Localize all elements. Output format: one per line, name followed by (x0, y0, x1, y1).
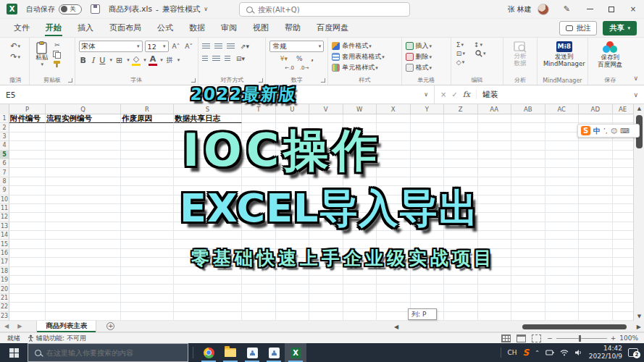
cell-AE8[interactable] (613, 177, 634, 186)
cell-AD15[interactable] (579, 240, 613, 248)
cell-AE10[interactable] (613, 195, 634, 204)
cell-AA9[interactable] (478, 186, 512, 195)
chevron-down-icon[interactable]: ▾ (177, 57, 180, 63)
cell-U20[interactable] (276, 285, 310, 293)
cell-AA8[interactable] (478, 177, 512, 186)
comma-style-icon[interactable]: , (310, 54, 315, 63)
cell-AC18[interactable] (545, 267, 580, 276)
format-as-table-button[interactable]: 套用表格格式▾ (332, 52, 397, 62)
align-center-icon[interactable] (212, 56, 220, 62)
zoom-in-icon[interactable]: + (611, 334, 616, 342)
column-header-U[interactable]: U (276, 104, 310, 114)
dialog-launcher-icon[interactable] (191, 78, 196, 83)
language-indicator[interactable]: CH (507, 349, 517, 356)
cell-AD20[interactable] (579, 285, 613, 293)
row-header-11[interactable]: 11 (0, 204, 9, 213)
number-format-select[interactable]: 常规▾ (269, 41, 324, 52)
cell-AB9[interactable] (511, 186, 545, 195)
cell-AB5[interactable] (511, 151, 545, 159)
cell-AE4[interactable] (613, 141, 634, 150)
cell-Y20[interactable] (411, 285, 445, 293)
cell-AC19[interactable] (545, 276, 580, 285)
cell-AA6[interactable] (478, 159, 512, 168)
format-painter-icon[interactable] (53, 60, 61, 68)
row-header-2[interactable]: 2 (0, 123, 9, 132)
avatar[interactable] (538, 4, 549, 15)
cell-AB2[interactable] (511, 123, 545, 132)
cell-AA19[interactable] (478, 276, 512, 285)
cell-P8[interactable] (9, 177, 46, 186)
cell-AD5[interactable] (579, 151, 613, 159)
cell-AC1[interactable] (545, 114, 580, 123)
cell-Z2[interactable] (444, 123, 478, 132)
cell-R6[interactable] (121, 159, 174, 168)
cell-P17[interactable] (9, 258, 46, 266)
cell-AD6[interactable] (579, 159, 613, 168)
chevron-down-icon[interactable]: ▾ (109, 57, 112, 63)
cell-R19[interactable] (121, 276, 174, 285)
column-header-W[interactable]: W (343, 104, 377, 114)
cell-X20[interactable] (377, 285, 411, 293)
cell-AA23[interactable] (478, 312, 512, 321)
cell-T23[interactable] (242, 312, 276, 321)
align-bottom-icon[interactable] (227, 43, 235, 49)
cell-AB23[interactable] (511, 312, 545, 321)
wifi-icon[interactable] (560, 349, 569, 356)
cell-P1[interactable]: 附件编号 (9, 114, 46, 123)
cell-T22[interactable] (242, 303, 276, 311)
cell-P12[interactable] (9, 213, 46, 222)
battery-icon[interactable] (545, 349, 554, 356)
cell-AA12[interactable] (478, 213, 512, 222)
row-header-13[interactable]: 13 (0, 222, 9, 231)
row-header-20[interactable]: 20 (0, 285, 9, 293)
paste-button[interactable]: 粘贴 ▾ (33, 41, 50, 68)
cell-R18[interactable] (121, 267, 174, 276)
cell-Q10[interactable] (46, 195, 121, 204)
cell-AD9[interactable] (579, 186, 613, 195)
cell-AD8[interactable] (579, 177, 613, 186)
close-button[interactable]: × (622, 0, 644, 19)
cell-P15[interactable] (9, 240, 46, 248)
cell-AE17[interactable] (613, 258, 634, 266)
row-header-19[interactable]: 19 (0, 276, 9, 285)
share-button[interactable]: 共享 ▾ (603, 21, 637, 35)
cell-R16[interactable] (121, 249, 174, 258)
cell-AE16[interactable] (613, 249, 634, 258)
cell-AE5[interactable] (613, 151, 634, 159)
normal-view-icon[interactable] (501, 334, 511, 342)
cell-AC10[interactable] (545, 195, 580, 204)
font-color-icon[interactable]: A (149, 54, 158, 66)
cell-X19[interactable] (377, 276, 411, 285)
cell-R7[interactable] (121, 168, 174, 177)
insert-function-icon[interactable]: fx (463, 90, 470, 99)
cell-AC16[interactable] (545, 249, 580, 258)
cell-AE11[interactable] (613, 204, 634, 213)
cell-AA13[interactable] (478, 222, 512, 231)
increase-decimal-icon[interactable]: ←.0 (285, 65, 294, 71)
cell-W20[interactable] (343, 285, 377, 293)
cell-AD4[interactable] (579, 141, 613, 150)
cell-AC7[interactable] (545, 168, 580, 177)
cell-P11[interactable] (9, 204, 46, 213)
cell-AB13[interactable] (511, 222, 545, 231)
cell-AA20[interactable] (478, 285, 512, 293)
cell-V22[interactable] (309, 303, 343, 311)
taskbar-clock[interactable]: 14:42 2022/10/9 (589, 345, 622, 361)
currency-icon[interactable]: ¥▾ (279, 54, 289, 63)
cell-AB21[interactable] (511, 294, 545, 303)
cell-AB20[interactable] (511, 285, 545, 293)
cell-X22[interactable] (377, 303, 411, 311)
cancel-entry-icon[interactable]: × (440, 90, 446, 98)
cell-AC23[interactable] (545, 312, 580, 321)
cell-U21[interactable] (276, 294, 310, 303)
cell-AC4[interactable] (545, 141, 580, 150)
tab-home[interactable]: 开始 (38, 19, 70, 37)
cell-R22[interactable] (121, 303, 174, 311)
cell-S20[interactable] (174, 285, 242, 293)
cell-V19[interactable] (309, 276, 343, 285)
cell-AB15[interactable] (511, 240, 545, 248)
cell-AC15[interactable] (545, 240, 580, 248)
zoom-slider[interactable] (556, 338, 607, 339)
cell-AE19[interactable] (613, 276, 634, 285)
orientation-icon[interactable]: ⇗▾ (239, 42, 251, 51)
